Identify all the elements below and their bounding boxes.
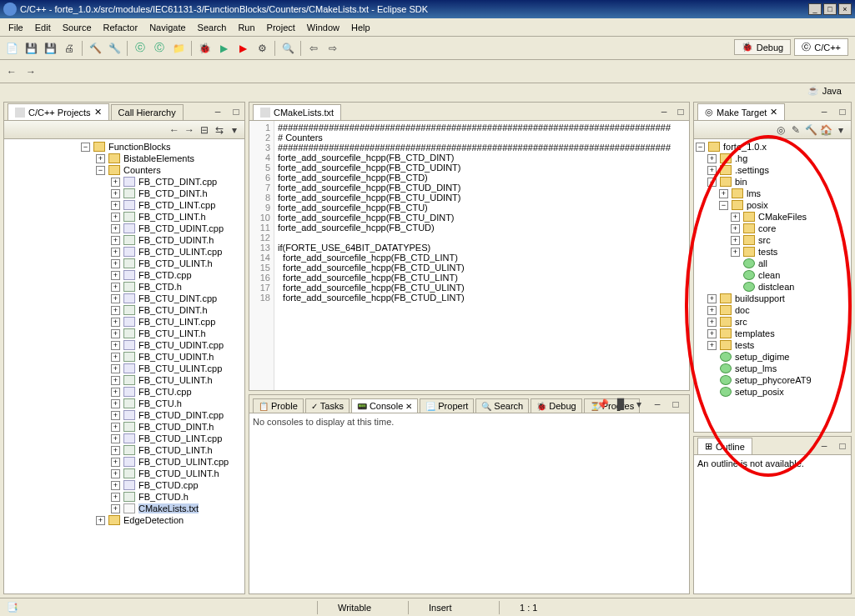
tree-label[interactable]: FB_CTUD_LINT.h <box>138 445 213 455</box>
tree-label[interactable]: lms <box>747 188 761 198</box>
expand-icon[interactable]: − <box>719 201 728 210</box>
expand-icon[interactable]: + <box>111 469 120 478</box>
expand-icon[interactable]: + <box>111 446 120 455</box>
close-tab-icon[interactable]: ✕ <box>94 107 102 118</box>
tree-label[interactable]: setup_phycoreAT9 <box>735 375 812 385</box>
tree-label[interactable]: FB_CTD_UDINT.cpp <box>138 223 224 233</box>
tree-item[interactable]: −Counters <box>6 164 243 176</box>
expand-icon[interactable]: + <box>111 248 120 257</box>
tree-item[interactable]: +FB_CTD_DINT.h <box>6 188 243 199</box>
tree-item[interactable]: +FB_CTUD.h <box>6 491 243 503</box>
expand-icon[interactable]: + <box>707 154 717 163</box>
console-min-icon[interactable]: – <box>649 396 666 413</box>
run-ext-button[interactable]: ▶ <box>234 40 251 57</box>
open-type-button[interactable]: ⚙ <box>254 40 270 57</box>
tree-item[interactable]: +FB_CTUD_DINT.h <box>6 421 243 433</box>
tree-item[interactable]: +FB_CTUD_ULINT.h <box>6 468 243 479</box>
tree-item[interactable]: +FB_CTUD_LINT.cpp <box>6 433 243 444</box>
tree-item[interactable]: setup_posix <box>696 386 849 398</box>
minimize-panel-icon[interactable]: – <box>209 103 226 120</box>
tree-item[interactable]: +tests <box>696 339 849 351</box>
maximize-panel-icon[interactable]: □ <box>228 103 244 120</box>
tree-label[interactable]: distclean <box>758 282 794 292</box>
tree-label[interactable]: FunctionBlocks <box>108 142 171 152</box>
tree-label[interactable]: .hg <box>735 153 747 163</box>
tree-label[interactable]: CMakeFiles <box>758 212 807 222</box>
minimize-button[interactable]: _ <box>808 3 822 15</box>
expand-icon[interactable]: + <box>111 271 120 280</box>
tree-item[interactable]: +FB_CTU_DINT.h <box>6 304 243 316</box>
expand-icon[interactable]: + <box>111 283 120 292</box>
tree-label[interactable]: posix <box>747 200 768 210</box>
debug-button[interactable]: 🐞 <box>196 40 213 57</box>
tree-item[interactable]: all <box>696 258 849 269</box>
expand-icon[interactable]: + <box>111 259 120 268</box>
tree-label[interactable]: FB_CTUD_LINT.cpp <box>138 433 222 443</box>
tree-label[interactable]: BistableElements <box>123 153 194 163</box>
expand-icon[interactable]: + <box>111 388 120 397</box>
new-class-button[interactable]: Ⓒ <box>151 40 168 57</box>
tree-item[interactable]: +FB_CTUD_ULINT.cpp <box>6 456 243 468</box>
menu-edit[interactable]: Edit <box>30 21 56 34</box>
tab-properties[interactable]: 📃 Propert <box>420 398 474 413</box>
tree-label[interactable]: templates <box>735 328 775 338</box>
tree-item[interactable]: −posix <box>696 199 849 211</box>
new-button[interactable]: 📄 <box>3 40 20 57</box>
tree-item[interactable]: −bin <box>696 176 849 188</box>
out-max-icon[interactable]: □ <box>834 438 851 454</box>
tree-label[interactable]: FB_CTU_UDINT.h <box>138 352 214 362</box>
tree-label[interactable]: FB_CTU_DINT.h <box>138 305 208 315</box>
tree-label[interactable]: src <box>735 317 747 327</box>
home-icon[interactable]: 🏠 <box>819 123 832 137</box>
tree-label[interactable]: FB_CTUD_DINT.h <box>138 422 214 432</box>
tree-label[interactable]: FB_CTU_LINT.cpp <box>138 317 215 327</box>
tree-label[interactable]: FB_CTU_ULINT.h <box>138 375 213 385</box>
tree-label[interactable]: FB_CTD.h <box>138 282 182 292</box>
tree-label[interactable]: all <box>758 258 767 268</box>
save-all-button[interactable]: 💾 <box>42 40 58 57</box>
tree-item[interactable]: +FB_CTD.h <box>6 281 243 293</box>
maximize-button[interactable]: □ <box>823 3 837 15</box>
tree-item[interactable]: +FB_CTU_UDINT.cpp <box>6 339 243 351</box>
mt-max-icon[interactable]: □ <box>834 103 851 120</box>
tab-search[interactable]: 🔍 Search <box>475 398 529 413</box>
expand-icon[interactable]: + <box>111 434 120 443</box>
tree-label[interactable]: core <box>758 223 776 233</box>
tree-label[interactable]: setup_digime <box>735 352 789 362</box>
tree-item[interactable]: +FB_CTUD.cpp <box>6 479 243 491</box>
tree-label[interactable]: src <box>758 235 771 245</box>
expand-icon[interactable]: + <box>111 306 120 315</box>
editor-minimize-icon[interactable]: – <box>656 103 672 120</box>
tree-item[interactable]: setup_digime <box>696 351 849 363</box>
view-menu-icon[interactable]: ▾ <box>228 123 241 137</box>
expand-icon[interactable]: + <box>111 341 120 350</box>
expand-icon[interactable]: + <box>111 224 120 233</box>
menu-file[interactable]: File <box>3 21 28 34</box>
print-button[interactable]: 🖨 <box>61 40 78 57</box>
tree-item[interactable]: +FB_CTD_UDINT.h <box>6 234 243 246</box>
make-target-tree[interactable]: −forte_1.0.x+.hg+.settings−bin+lms−posix… <box>694 139 851 432</box>
tree-item[interactable]: +CMakeLists.txt <box>6 503 243 514</box>
tree-item[interactable]: +src <box>696 316 849 328</box>
menu-run[interactable]: Run <box>233 21 259 34</box>
expand-icon[interactable]: + <box>707 341 717 350</box>
tree-label[interactable]: FB_CTU.h <box>138 398 182 408</box>
tree-label[interactable]: setup_posix <box>735 387 784 397</box>
tree-item[interactable]: distclean <box>696 281 849 293</box>
tree-label[interactable]: FB_CTU_LINT.h <box>138 328 206 338</box>
expand-icon[interactable]: + <box>111 318 120 327</box>
tree-item[interactable]: +CMakeFiles <box>696 211 849 223</box>
expand-icon[interactable]: + <box>111 294 120 303</box>
tree-label[interactable]: doc <box>735 305 750 315</box>
code-content[interactable]: ########################################… <box>274 121 674 390</box>
expand-icon[interactable]: + <box>111 178 120 187</box>
expand-icon[interactable]: + <box>96 154 105 163</box>
tree-item[interactable]: +.hg <box>696 153 849 164</box>
tree-label[interactable]: FB_CTD_ULINT.cpp <box>138 247 222 257</box>
editor-maximize-icon[interactable]: □ <box>672 103 689 120</box>
tab-call-hierarchy[interactable]: Call Hierarchy <box>111 104 184 120</box>
tab-debug[interactable]: 🐞 Debug <box>531 398 581 413</box>
tree-label[interactable]: forte_1.0.x <box>723 142 767 152</box>
expand-icon[interactable]: + <box>731 236 740 245</box>
expand-icon[interactable]: + <box>111 213 120 222</box>
